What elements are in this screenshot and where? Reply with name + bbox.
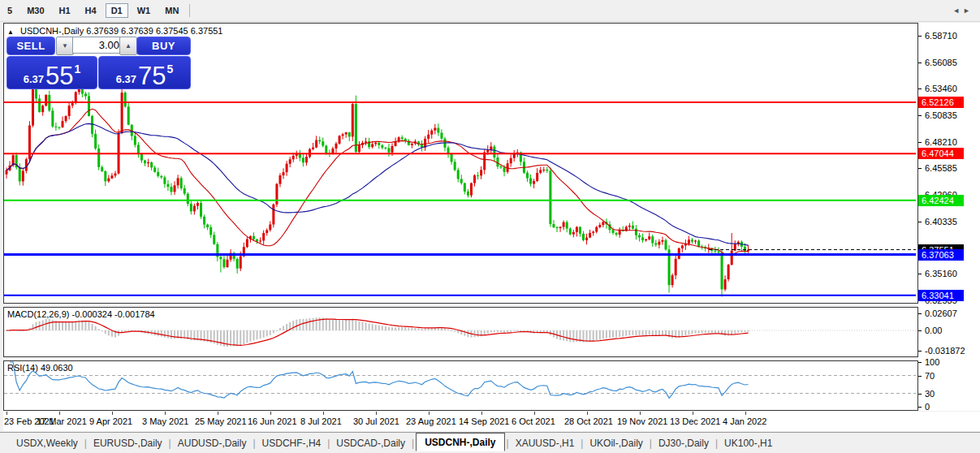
- date-label: 16 Jun 2021: [248, 416, 297, 426]
- level-price-label: 6.37063: [918, 249, 964, 261]
- level-price-label: 6.33041: [918, 290, 964, 301]
- date-tick: [429, 412, 430, 415]
- volume-increase-button[interactable]: ▲: [119, 37, 137, 55]
- date-label: 28 Oct 2021: [564, 416, 613, 426]
- date-tick: [376, 412, 377, 415]
- buy-button[interactable]: BUY: [136, 37, 191, 55]
- date-label: 25 May 2021: [195, 416, 247, 426]
- date-label: 30 Jul 2021: [353, 416, 399, 426]
- macd-label: MACD(12,26,9) -0.000324 -0.001784: [7, 309, 155, 319]
- date-tick: [165, 412, 166, 415]
- date-tick: [481, 412, 482, 415]
- main-chart-pane[interactable]: ▲ USDCNH-,Daily 6.37639 6.37639 6.37545 …: [3, 23, 918, 304]
- tab-separator: |: [507, 438, 509, 449]
- rsi-chart: [4, 361, 916, 408]
- timeframe-button-h1[interactable]: H1: [54, 3, 76, 18]
- date-tick: [323, 412, 324, 415]
- mt4-window: { "toolbar": {"timeframes": ["5","M30","…: [0, 0, 980, 453]
- tab-separator: |: [84, 438, 87, 449]
- level-price-label: 6.52126: [918, 97, 964, 108]
- macd-scale-tick: 0.00: [925, 326, 942, 335]
- price-scale-tick: 6.35160: [925, 269, 957, 278]
- timeframe-button-m30[interactable]: M30: [21, 3, 50, 18]
- volume-decrease-button[interactable]: ▼: [56, 37, 74, 55]
- chart-tab-usdchf[interactable]: USDCHF-,H4: [257, 435, 326, 451]
- rsi-scale-tick: 70: [925, 371, 935, 381]
- ohlc-text: USDCNH-,Daily 6.37639 6.37639 6.37545 6.…: [20, 26, 223, 36]
- tab-scroll-right-icon[interactable]: ►: [963, 6, 974, 15]
- date-label: 8 Jul 2021: [300, 416, 342, 426]
- date-label: 4 Jan 2022: [723, 416, 766, 426]
- date-label: 9 Apr 2021: [89, 416, 132, 426]
- chart-tab-uk100[interactable]: UK100-,H1: [719, 435, 777, 451]
- chart-tab-xauusd[interactable]: XAUUSD-,H1: [511, 435, 580, 451]
- price-scale-tick: 6.53460: [925, 84, 957, 93]
- tab-separator: |: [327, 438, 330, 449]
- chart-tab-usdcad[interactable]: USDCAD-,Daily: [331, 435, 410, 451]
- date-label: 3 May 2021: [142, 416, 188, 426]
- sell-button[interactable]: SELL: [6, 37, 55, 55]
- volume-input[interactable]: 3.00: [72, 37, 123, 54]
- buy-price-sup: 5: [167, 63, 174, 76]
- chart-tab-dj30[interactable]: DJ30-,Daily: [654, 435, 714, 451]
- rsi-label: RSI(14) 49.0630: [7, 363, 73, 373]
- sell-price-prefix: 6.37: [24, 73, 44, 85]
- price-scale[interactable]: 6.587106.560856.534606.508356.482106.455…: [918, 23, 980, 411]
- tab-scroll-left-icon[interactable]: ◄: [952, 6, 963, 15]
- tab-scroll-arrows[interactable]: ◄►: [952, 6, 974, 15]
- timeframe-button-mn[interactable]: MN: [159, 3, 184, 18]
- buy-price-prefix: 6.37: [116, 73, 136, 85]
- price-scale-tick: 6.50835: [925, 110, 957, 120]
- date-label: 19 Nov 2021: [617, 416, 667, 426]
- tab-separator: |: [253, 438, 255, 449]
- timeframe-button-w1[interactable]: W1: [132, 3, 157, 18]
- collapse-panel-icon[interactable]: ▲: [7, 28, 14, 36]
- chart-tab-eurusd[interactable]: EURUSD-,Daily: [89, 435, 167, 451]
- date-tick: [6, 412, 7, 415]
- macd-indicator-pane: MACD(12,26,9) -0.000324 -0.001784: [3, 307, 918, 357]
- sell-price-main: 55: [45, 66, 73, 87]
- date-tick: [59, 412, 60, 415]
- date-tick: [112, 412, 113, 415]
- chart-tab-ukoil[interactable]: UKOil-,Daily: [585, 435, 647, 451]
- one-click-trading-panel: SELL ▼ 3.00 ▲ BUY 6.37 55 1 6.37 75 5: [6, 37, 190, 87]
- sell-price-sup: 1: [75, 63, 81, 76]
- rsi-indicator-pane: RSI(14) 49.0630: [3, 360, 918, 411]
- rsi-scale-tick: 0: [925, 402, 930, 412]
- price-scale-tick: 6.56085: [925, 58, 957, 67]
- tab-separator: |: [715, 438, 718, 449]
- chart-tab-audusd[interactable]: AUDUSD-,Daily: [173, 435, 252, 451]
- macd-scale-tick: 0.02607: [925, 308, 957, 318]
- date-tick: [640, 412, 641, 415]
- macd-scale-tick: -0.031872: [925, 346, 965, 356]
- date-label: 14 Sep 2021: [459, 416, 509, 426]
- date-label: 23 Aug 2021: [406, 416, 456, 426]
- date-tick: [693, 412, 693, 415]
- tab-separator: |: [581, 438, 583, 449]
- price-scale-tick: 6.45585: [925, 163, 957, 173]
- date-label: 13 Dec 2021: [670, 416, 720, 426]
- date-tick: [587, 412, 588, 415]
- timeframe-button-5[interactable]: 5: [2, 3, 18, 18]
- sell-price-panel[interactable]: 6.37 55 1: [6, 56, 97, 89]
- price-scale-tick: 6.40335: [925, 217, 957, 226]
- tab-separator: |: [412, 438, 414, 449]
- tab-separator: |: [650, 438, 652, 449]
- timeframe-button-d1[interactable]: D1: [106, 3, 128, 18]
- date-label: 17 Mar 2021: [37, 416, 87, 426]
- level-price-label: 6.42424: [918, 195, 964, 206]
- timeframe-button-h4[interactable]: H4: [80, 3, 102, 18]
- chart-tab-usdx[interactable]: USDX,Weekly: [11, 435, 83, 451]
- level-price-label: 6.47044: [918, 148, 964, 159]
- date-label: 6 Oct 2021: [512, 416, 555, 426]
- buy-price-main: 75: [138, 66, 166, 87]
- tab-separator: |: [169, 438, 171, 449]
- date-axis: 23 Feb 202117 Mar 20219 Apr 20213 May 20…: [3, 412, 977, 431]
- chart-ohlc-header: ▲ USDCNH-,Daily 6.37639 6.37639 6.37545 …: [7, 26, 222, 36]
- date-tick: [218, 412, 218, 415]
- toolbar-separator: [189, 4, 190, 17]
- rsi-scale-tick: 100: [925, 357, 939, 367]
- chart-tab-usdcnh[interactable]: USDCNH-,Daily: [416, 433, 504, 451]
- date-tick: [745, 412, 746, 415]
- buy-price-panel[interactable]: 6.37 75 5: [98, 56, 191, 89]
